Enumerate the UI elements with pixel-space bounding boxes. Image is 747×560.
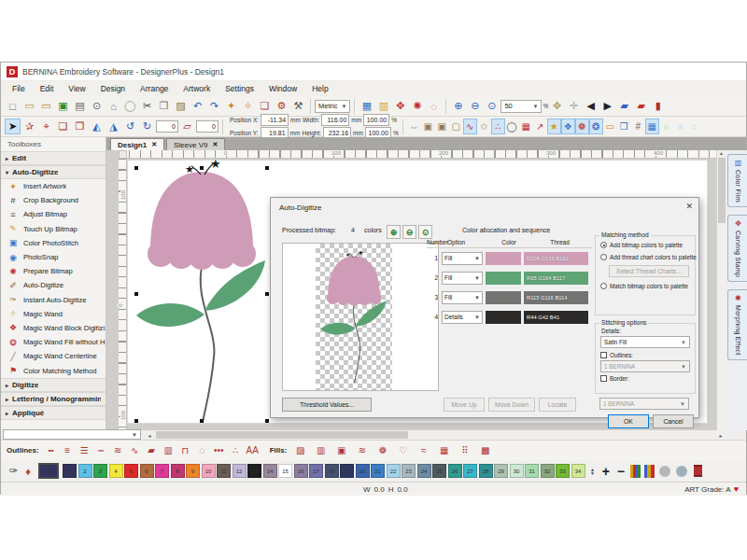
copy-icon[interactable]: ❐ [156, 98, 172, 114]
option-select[interactable]: Details▼ [442, 311, 483, 324]
scale-icon[interactable]: ⇔ [407, 119, 421, 134]
details-select[interactable]: Satin Fill▼ [600, 336, 690, 348]
lattice-fill-icon[interactable]: ▦ [434, 445, 454, 455]
outlines-checkbox-row[interactable]: Outlines: [600, 352, 695, 358]
zoom-box-icon[interactable]: ⊙ [484, 98, 500, 114]
scrollbar-thumb[interactable] [718, 158, 726, 223]
save-design-icon[interactable]: ▣ [55, 98, 71, 114]
width-field[interactable]: 116.00 [321, 114, 349, 126]
pattern-run-outline-icon[interactable]: ••• [211, 445, 227, 455]
menu-item[interactable]: Edit [33, 82, 62, 95]
redo-icon[interactable]: ↷ [206, 98, 222, 114]
toolbox-item-insert-artwork[interactable]: ✦ Insert Artwork [1, 179, 106, 193]
thread-chart-icon[interactable] [630, 465, 641, 478]
palette-swatch[interactable]: 4 [109, 464, 123, 478]
raised-satin-outline-icon[interactable]: ▥ [161, 445, 176, 455]
selection-handle[interactable] [134, 292, 138, 296]
radio-add-thread-chart-colors[interactable]: Add thread chart colors to palette [600, 254, 695, 260]
palette-swatch[interactable]: 27 [463, 464, 477, 478]
palette-swatch[interactable]: 18 [325, 464, 339, 478]
palette-swatch[interactable]: 26 [448, 464, 462, 478]
selection-handle[interactable] [134, 166, 138, 170]
next-object-icon[interactable]: ▶ [599, 98, 615, 114]
wreath-icon[interactable]: ❁ [575, 119, 589, 134]
option-select[interactable]: Fill▼ [442, 291, 483, 304]
palette-swatch[interactable]: 1 [63, 464, 77, 478]
selection-handle[interactable] [265, 166, 269, 170]
palette-swatch[interactable]: 20 [356, 464, 370, 478]
locate-button[interactable]: Locate [539, 398, 576, 412]
toolbox-item-magic-wand-fill[interactable]: ❂ Magic Wand Fill without H... [1, 335, 106, 349]
toolbox-section-edit[interactable]: ▸ Edit [1, 151, 106, 165]
pan-icon[interactable]: ✥ [549, 98, 565, 114]
stitch-type-select[interactable]: ▼ [3, 429, 141, 440]
select-object-icon[interactable]: ➤ [5, 119, 21, 134]
insert-artwork-icon[interactable]: ✦ [223, 98, 239, 114]
threshold-values-button[interactable]: Threshold Values... [282, 398, 372, 412]
step-fill-icon[interactable]: ▨ [290, 445, 310, 455]
current-color-swatch[interactable]: 1 [38, 463, 59, 479]
shapes-tool-icon[interactable]: ❖ [561, 119, 575, 134]
palette-swatch[interactable]: 21 [371, 464, 385, 478]
palette-swatch[interactable]: 22 [387, 464, 401, 478]
toolbox-item-color-matching-method[interactable]: ⚑ Color Matching Method [1, 363, 106, 377]
scroll-left-icon[interactable]: ◂ [145, 432, 154, 439]
palette-swatch[interactable]: 14 [263, 464, 277, 478]
menu-item[interactable]: Window [261, 82, 304, 95]
dialog-title-bar[interactable]: Auto-Digitize [271, 198, 698, 217]
heart-fill-icon[interactable]: ♡ [393, 445, 413, 455]
zigzag-outline-icon[interactable]: ∿ [127, 445, 143, 455]
border-thread-select[interactable]: 1 BERNINA▼ [599, 398, 689, 410]
apply-color-icon[interactable]: ♦ [21, 464, 35, 479]
palette-spinner[interactable]: ▲▼ [590, 468, 595, 475]
backstitch-outline-icon[interactable]: ┉ [93, 445, 109, 455]
single-outline-icon[interactable]: ╍ [43, 445, 59, 455]
thread-globe-icon[interactable] [676, 466, 687, 477]
menu-item[interactable]: Help [304, 82, 335, 95]
print-icon[interactable]: ▤ [72, 98, 88, 114]
settings-gear-icon[interactable]: ⚙ [274, 98, 289, 114]
star-outline-icon[interactable]: ✩ [477, 119, 491, 134]
select-color-icon[interactable]: ⌖ [38, 119, 54, 134]
export-design-icon[interactable]: ❏ [257, 98, 273, 114]
zoom-in-icon[interactable]: ⊕ [450, 98, 466, 114]
toolbox-section-auto-digitize[interactable]: ▾ Auto-Digitize [1, 165, 106, 179]
show-artwork-icon[interactable]: ▦ [359, 98, 374, 114]
show-grid-icon[interactable]: # [631, 119, 645, 134]
toolbox-section-lettering[interactable]: ▸ Lettering / Monogramming [1, 392, 106, 406]
rotate-angle-field[interactable]: 0 [156, 120, 178, 133]
satin-outline-icon[interactable]: ▰ [144, 445, 160, 455]
carving-stamp-icon[interactable]: ✥ [392, 98, 408, 114]
palette-swatch[interactable]: 28 [479, 464, 493, 478]
insert-embroidery-icon[interactable]: ✧ [240, 98, 256, 114]
tab-sleeve-v9[interactable]: Sleeve V9 ✕ [166, 138, 225, 150]
hoop-zero-icon[interactable]: ▢ [449, 119, 463, 134]
skew-angle-field[interactable]: 0 [196, 120, 218, 133]
rotate-cw-45-icon[interactable]: ↻ [139, 119, 155, 134]
kaleidoscope-icon[interactable]: ❂ [589, 119, 603, 134]
stipple-fill-icon[interactable]: ⠿ [455, 445, 474, 455]
border-checkbox-row[interactable]: Border: [600, 375, 695, 382]
scroll-right-icon[interactable]: ▸ [716, 432, 726, 439]
thread-swap-icon[interactable]: ▰ [633, 98, 649, 114]
open-design-icon[interactable]: ▭ [21, 98, 37, 114]
menu-item[interactable]: Artwork [176, 82, 218, 95]
paste-icon[interactable]: ▨ [173, 98, 189, 114]
vertical-scrollbar[interactable]: ▲ [716, 150, 726, 430]
toolbox-item-adjust-bitmap[interactable]: ≡ Adjust Bitmap [1, 207, 106, 221]
grid-fill-icon[interactable]: ▩ [475, 445, 495, 455]
palette-swatch[interactable]: 10 [202, 464, 216, 478]
palette-swatch[interactable]: 5 [124, 464, 138, 478]
send-to-mouse-icon[interactable]: ◌ [687, 119, 701, 134]
previous-object-icon[interactable]: ◀ [583, 98, 599, 114]
radio-icon[interactable] [600, 254, 607, 260]
toolbox-section-digitize[interactable]: ▸ Digitize [1, 378, 106, 392]
rotate-ccw-45-icon[interactable]: ↺ [122, 119, 138, 134]
toolbox-item-touch-up-bitmap[interactable]: ✎ Touch Up Bitmap [1, 222, 106, 236]
select-thread-charts-button[interactable]: Select Thread Charts... [609, 265, 689, 277]
palette-swatch[interactable]: 30 [510, 464, 524, 478]
mirror-y-icon[interactable]: ◮ [106, 119, 121, 134]
reshape-object-icon[interactable]: ✰ [21, 119, 37, 134]
tab-color-film[interactable]: ▥ Color Film [727, 154, 747, 207]
toolbox-item-photosnap[interactable]: ◉ PhotoSnap [1, 250, 106, 264]
